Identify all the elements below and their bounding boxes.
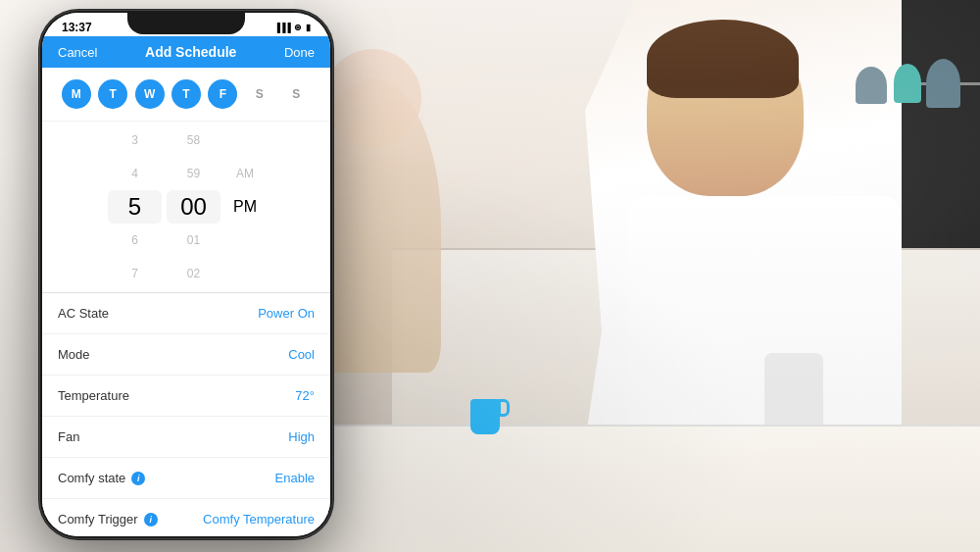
setting-temp-label: Temperature	[58, 388, 129, 403]
setting-mode-label: Mode	[58, 347, 90, 362]
min-02: 02	[167, 257, 220, 290]
setting-fan-value: High	[288, 429, 315, 444]
settings-list: AC State Power On Mode Cool Temperature …	[42, 293, 330, 536]
day-monday[interactable]: M	[62, 79, 91, 109]
status-time: 13:37	[62, 21, 92, 34]
setting-mode-value: Cool	[288, 347, 315, 362]
status-icons: ▐▐▐ ⊛ ▮	[274, 23, 311, 32]
day-sunday[interactable]: S	[281, 79, 311, 109]
setting-ac-state[interactable]: AC State Power On	[42, 293, 330, 334]
comfy-trigger-info-icon[interactable]: i	[144, 513, 158, 527]
battery-icon: ▮	[306, 23, 311, 32]
nav-title: Add Schedule	[145, 44, 236, 60]
hour-7: 7	[108, 257, 162, 290]
setting-fan-label: Fan	[58, 429, 79, 444]
hour-4: 4	[108, 157, 162, 190]
phone-notch	[127, 13, 245, 34]
period-am: AM	[225, 157, 265, 190]
setting-mode[interactable]: Mode Cool	[42, 334, 330, 376]
setting-comfy-state[interactable]: Comfy state i Enable	[42, 458, 330, 499]
comfy-state-info-icon[interactable]: i	[131, 472, 145, 485]
signal-icon: ▐▐▐	[274, 23, 290, 32]
phone-wrapper: 13:37 ▐▐▐ ⊛ ▮ Cancel Add Schedule Done M…	[39, 10, 333, 539]
hour-3: 3	[108, 124, 162, 157]
day-thursday[interactable]: T	[172, 79, 201, 109]
setting-temp-value: 72°	[295, 388, 315, 403]
phone-frame: 13:37 ▐▐▐ ⊛ ▮ Cancel Add Schedule Done M…	[39, 10, 333, 539]
setting-comfy-trigger-value: Comfy Temperature	[203, 512, 315, 527]
setting-comfy-state-label: Comfy state i	[58, 471, 145, 485]
setting-ac-state-value: Power On	[258, 306, 315, 321]
min-58: 58	[167, 124, 220, 157]
period-pm-selected: PM	[225, 190, 265, 224]
setting-temperature[interactable]: Temperature 72°	[42, 376, 330, 417]
setting-comfy-state-value: Enable	[275, 471, 315, 485]
day-saturday[interactable]: S	[245, 79, 274, 109]
hour-selected: 5	[108, 190, 162, 224]
day-tuesday[interactable]: T	[98, 79, 127, 109]
setting-ac-state-label: AC State	[58, 306, 109, 321]
phone-screen: 13:37 ▐▐▐ ⊛ ▮ Cancel Add Schedule Done M…	[42, 13, 330, 536]
setting-fan[interactable]: Fan High	[42, 417, 330, 458]
done-button[interactable]: Done	[284, 45, 315, 60]
setting-comfy-trigger[interactable]: Comfy Trigger i Comfy Temperature	[42, 499, 330, 536]
cancel-button[interactable]: Cancel	[58, 45, 97, 60]
day-wednesday[interactable]: W	[135, 79, 165, 109]
min-selected: 00	[167, 190, 220, 224]
day-friday[interactable]: F	[208, 79, 237, 109]
wifi-icon: ⊛	[294, 23, 302, 32]
time-picker[interactable]: 3 4 5 6 7 58 59 00 01 02	[42, 122, 330, 293]
days-selector: M T W T F S S	[42, 68, 330, 122]
nav-bar: Cancel Add Schedule Done	[42, 36, 330, 68]
hour-6: 6	[108, 224, 162, 257]
min-59: 59	[167, 157, 220, 190]
setting-comfy-trigger-label: Comfy Trigger i	[58, 512, 158, 527]
min-01: 01	[167, 224, 220, 257]
